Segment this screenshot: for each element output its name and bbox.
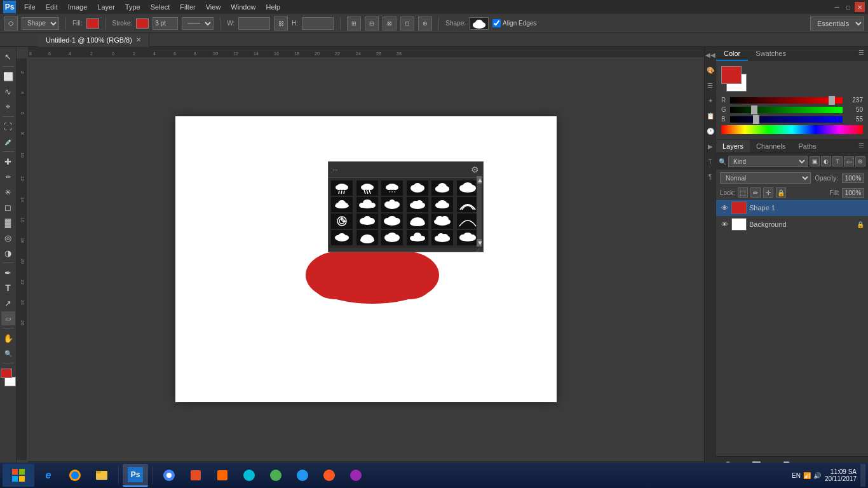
shape-cloud-5[interactable] bbox=[356, 197, 378, 212]
menu-edit[interactable]: Edit bbox=[41, 2, 62, 12]
shape-cloud-2[interactable] bbox=[431, 180, 453, 196]
menu-image[interactable]: Image bbox=[64, 2, 92, 12]
tab-layers[interactable]: Layers bbox=[716, 140, 750, 152]
filter-smart-icon[interactable]: ⊛ bbox=[855, 156, 865, 166]
menu-filter[interactable]: Filter bbox=[175, 2, 200, 12]
shape-cloud-11[interactable] bbox=[381, 214, 403, 229]
healing-tool[interactable]: ✚ bbox=[1, 154, 15, 168]
shape-rainbow-2[interactable] bbox=[457, 214, 478, 229]
clone-stamp-tool[interactable]: ✳ bbox=[1, 185, 15, 199]
shape-cloud-12[interactable] bbox=[407, 214, 428, 229]
stroke-color-swatch[interactable] bbox=[136, 18, 149, 29]
scrollbar-up[interactable]: ▲ bbox=[477, 176, 482, 184]
shape-picker-scrollbar[interactable]: ▲ ▼ bbox=[477, 175, 482, 248]
close-button[interactable]: ✕ bbox=[855, 2, 865, 12]
lock-pixels-button[interactable]: ✏ bbox=[750, 187, 761, 198]
shape-cloud-1[interactable] bbox=[407, 180, 428, 196]
link-proportions-icon[interactable]: ⛓ bbox=[274, 17, 288, 30]
actions-panel-icon[interactable]: ▶ bbox=[705, 141, 715, 151]
tab-close-icon[interactable]: ✕ bbox=[136, 36, 141, 43]
tab-channels[interactable]: Channels bbox=[750, 140, 792, 152]
collapse-panels-icon[interactable]: ◀◀ bbox=[705, 50, 715, 60]
taskbar-app9[interactable] bbox=[290, 464, 315, 487]
fill-input[interactable] bbox=[842, 188, 864, 198]
shape-storm-cloud[interactable] bbox=[356, 180, 378, 196]
blend-mode-dropdown[interactable]: Normal bbox=[720, 172, 811, 184]
shape-cloud-13[interactable] bbox=[431, 214, 453, 229]
brush-tool[interactable]: ✏ bbox=[1, 170, 15, 184]
color-panel-icon[interactable]: 🎨 bbox=[705, 65, 715, 75]
zoom-tool[interactable]: 🔍 bbox=[1, 346, 15, 360]
paragraph-panel-icon[interactable]: ¶ bbox=[705, 172, 715, 182]
crop-tool[interactable]: ⛶ bbox=[1, 119, 15, 133]
shape-preview[interactable] bbox=[470, 17, 489, 30]
filter-adjust-icon[interactable]: ◐ bbox=[821, 156, 831, 166]
path-arrange-icon[interactable]: ⊛ bbox=[418, 17, 432, 30]
tab-color[interactable]: Color bbox=[716, 47, 748, 61]
taskbar-chrome[interactable] bbox=[156, 464, 182, 487]
path-select-tool[interactable]: ↗ bbox=[1, 296, 15, 310]
layers-kind-dropdown[interactable]: Kind bbox=[728, 156, 808, 167]
lasso-tool[interactable]: ∿ bbox=[1, 85, 15, 98]
shape-snow-cloud[interactable]: * * * bbox=[381, 180, 403, 196]
foreground-color-swatch[interactable] bbox=[721, 66, 742, 84]
foreground-color[interactable] bbox=[1, 369, 12, 378]
document-tab[interactable]: Untitled-1 @ 100% (RGB/8) ✕ bbox=[38, 33, 149, 47]
intersect-shapes-icon[interactable]: ⊠ bbox=[383, 17, 397, 30]
pen-tool[interactable]: ✒ bbox=[1, 266, 15, 280]
shape-cloud-18[interactable] bbox=[431, 230, 453, 245]
lock-all-button[interactable]: 🔒 bbox=[776, 187, 786, 198]
adjustments-panel-icon[interactable]: ☰ bbox=[705, 80, 715, 90]
taskbar-ie[interactable]: e bbox=[36, 464, 61, 487]
shape-cloud-7[interactable] bbox=[407, 197, 428, 212]
shape-cloud-14[interactable] bbox=[331, 230, 353, 245]
history-panel-icon[interactable]: 🕐 bbox=[705, 126, 715, 136]
scrollbar-down[interactable]: ▼ bbox=[477, 239, 482, 247]
menu-type[interactable]: Type bbox=[121, 2, 145, 12]
shape-cloud-10[interactable] bbox=[356, 214, 378, 229]
shape-picker-resize-handle[interactable]: ⊿ bbox=[329, 248, 483, 252]
lock-transparent-button[interactable]: ⬚ bbox=[738, 187, 748, 198]
combine-shapes-icon[interactable]: ⊞ bbox=[347, 17, 361, 30]
layers-panel-menu-icon[interactable]: ☰ bbox=[855, 140, 868, 152]
eyedropper-tool[interactable]: 💉 bbox=[1, 135, 15, 149]
taskbar-photoshop[interactable]: Ps bbox=[123, 464, 148, 487]
menu-help[interactable]: Help bbox=[261, 2, 285, 12]
red-slider[interactable] bbox=[730, 97, 843, 104]
shape-cloud-16[interactable] bbox=[381, 230, 403, 245]
dodge-tool[interactable]: ◑ bbox=[1, 246, 15, 260]
blue-slider[interactable] bbox=[730, 116, 843, 123]
minimize-button[interactable]: ─ bbox=[832, 2, 842, 12]
shape-rain-cloud[interactable] bbox=[331, 180, 353, 196]
taskbar-firefox[interactable] bbox=[62, 464, 88, 487]
background-color[interactable] bbox=[4, 377, 16, 386]
shape-cloud-3[interactable] bbox=[457, 180, 478, 196]
color-spectrum[interactable] bbox=[721, 125, 863, 134]
show-desktop-button[interactable] bbox=[860, 464, 865, 487]
menu-layer[interactable]: Layer bbox=[93, 2, 119, 12]
layers-panel-icon[interactable]: 📋 bbox=[705, 111, 715, 121]
ps-logo[interactable]: Ps bbox=[3, 1, 16, 13]
filter-shape-icon[interactable]: ▭ bbox=[844, 156, 854, 166]
gradient-tool[interactable]: ▓ bbox=[1, 215, 15, 229]
tab-paths[interactable]: Paths bbox=[792, 140, 823, 152]
shape-tool[interactable]: ▭ bbox=[1, 311, 15, 325]
marquee-rect-tool[interactable]: ⬜ bbox=[1, 69, 15, 83]
menu-file[interactable]: File bbox=[20, 2, 40, 12]
layer-item-background[interactable]: 👁 Background 🔒 bbox=[716, 216, 868, 233]
lock-position-button[interactable]: ✛ bbox=[763, 187, 773, 198]
canvas[interactable] bbox=[175, 116, 557, 402]
taskbar-app11[interactable] bbox=[343, 464, 369, 487]
opacity-input[interactable] bbox=[842, 173, 864, 183]
taskbar-app7[interactable] bbox=[236, 464, 262, 487]
tool-icon[interactable]: ◇ bbox=[4, 17, 18, 30]
shape-cloud-19[interactable] bbox=[457, 230, 478, 245]
taskbar-app10[interactable] bbox=[316, 464, 342, 487]
styles-panel-icon[interactable]: ✦ bbox=[705, 95, 715, 105]
layer-visibility-background[interactable]: 👁 bbox=[720, 220, 729, 229]
align-edges-checkbox-label[interactable]: Align Edges bbox=[492, 19, 536, 27]
shape-rainbow[interactable] bbox=[457, 197, 478, 212]
hand-tool[interactable]: ✋ bbox=[1, 331, 15, 345]
move-tool[interactable]: ↖ bbox=[1, 50, 15, 64]
workspace-dropdown[interactable]: Essentials bbox=[810, 17, 864, 30]
